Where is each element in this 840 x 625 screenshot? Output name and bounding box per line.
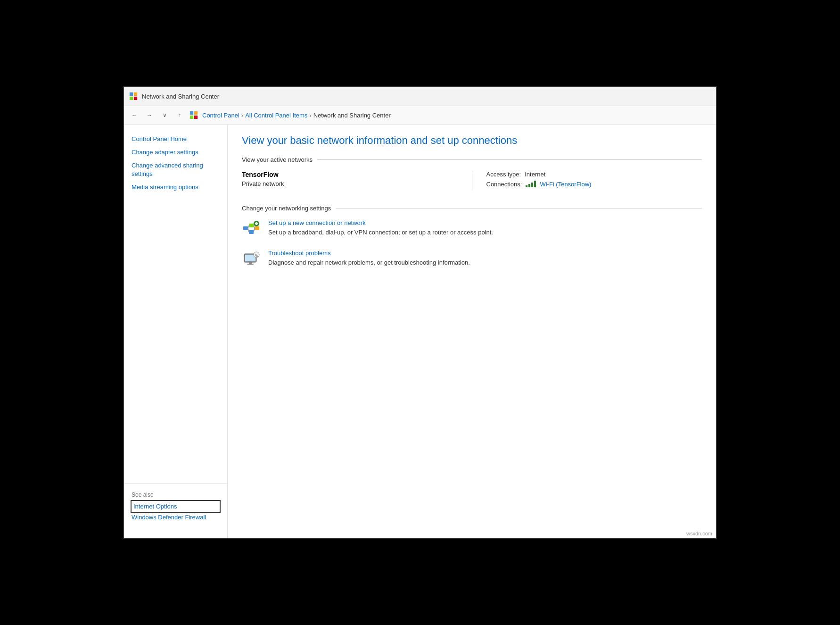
svg-rect-9 [249,224,254,227]
forward-button[interactable]: → [144,109,155,121]
svg-rect-11 [255,226,259,230]
svg-line-15 [254,228,255,232]
breadcrumb: Control Panel › All Control Panel Items … [202,112,391,119]
sidebar: Control Panel Home Change adapter settin… [124,125,228,538]
networking-settings-divider [336,208,702,208]
breadcrumb-all[interactable]: All Control Panel Items [245,112,307,119]
sidebar-link-advanced-sharing[interactable]: Change advanced sharing settings [124,159,227,181]
page-title: View your basic network information and … [242,134,702,147]
back-button[interactable]: ← [129,109,140,121]
windows-defender-link[interactable]: Windows Defender Firewall [132,512,220,523]
new-connection-desc: Set up a broadband, dial-up, or VPN conn… [268,229,493,236]
active-networks-header: View your active networks [242,156,702,163]
breadcrumb-current: Network and Sharing Center [313,112,391,119]
address-bar: ← → ∨ ↑ Control Panel › All Control Pane… [124,106,716,125]
address-icon [189,110,198,120]
svg-rect-22 [247,264,254,265]
access-type-row: Access type: Internet [486,171,702,178]
svg-rect-5 [194,111,198,115]
network-name: TensorFlow [242,171,458,178]
see-also-label: See also [132,492,220,498]
svg-rect-21 [249,262,252,264]
svg-rect-4 [190,111,193,115]
network-left: TensorFlow Private network [242,171,472,191]
svg-rect-1 [134,92,137,96]
sidebar-link-media-streaming[interactable]: Media streaming options [124,181,227,194]
svg-line-13 [248,228,249,232]
svg-line-12 [248,225,249,228]
new-connection-item: Set up a new connection or network Set u… [242,219,702,238]
connections-label: Connections: [486,181,522,188]
svg-rect-0 [130,92,133,96]
svg-rect-10 [249,230,254,234]
svg-rect-3 [134,97,137,100]
svg-rect-8 [243,226,248,230]
troubleshoot-icon [242,250,261,268]
network-info: TensorFlow Private network Access type: … [242,171,702,191]
networking-settings-label: Change your networking settings [242,205,331,212]
svg-rect-6 [190,116,193,119]
troubleshoot-link[interactable]: Troubleshoot problems [268,250,470,257]
active-networks-divider [317,159,702,160]
title-bar: Network and Sharing Center [124,87,716,106]
troubleshoot-desc: Diagnose and repair network problems, or… [268,259,470,266]
sidebar-link-adapter[interactable]: Change adapter settings [124,146,227,159]
main-layout: Control Panel Home Change adapter settin… [124,125,716,538]
internet-options-link[interactable]: Internet Options [132,501,220,512]
see-also-section: See also Internet Options Windows Defend… [124,483,227,531]
svg-rect-2 [130,97,133,100]
content-area: View your basic network information and … [228,125,716,538]
window-title: Network and Sharing Center [142,93,219,100]
networking-settings-header: Change your networking settings [242,205,702,212]
watermark: wsxdn.com [686,531,712,536]
dropdown-button[interactable]: ∨ [159,109,170,121]
connections-row: Connections: Wi-Fi (TensorFlow) [486,181,702,188]
access-type-value: Internet [525,171,545,178]
wifi-bars-icon [526,181,536,187]
up-button[interactable]: ↑ [174,109,185,121]
new-connection-icon [242,219,261,238]
wifi-link[interactable]: Wi-Fi (TensorFlow) [540,181,591,188]
svg-line-14 [254,225,255,228]
troubleshoot-item: Troubleshoot problems Diagnose and repai… [242,250,702,268]
new-connection-text: Set up a new connection or network Set u… [268,219,493,236]
svg-rect-7 [194,116,198,119]
access-type-label: Access type: [486,171,521,178]
breadcrumb-cp[interactable]: Control Panel [202,112,239,119]
active-networks-label: View your active networks [242,156,313,163]
troubleshoot-text: Troubleshoot problems Diagnose and repai… [268,250,470,266]
svg-rect-18 [255,223,258,224]
main-window: Network and Sharing Center ← → ∨ ↑ Contr… [123,86,717,539]
sidebar-link-home[interactable]: Control Panel Home [124,133,227,146]
window-icon [129,92,138,101]
network-type: Private network [242,180,458,187]
new-connection-link[interactable]: Set up a new connection or network [268,219,493,226]
network-right: Access type: Internet Connections: Wi-Fi… [472,171,702,191]
